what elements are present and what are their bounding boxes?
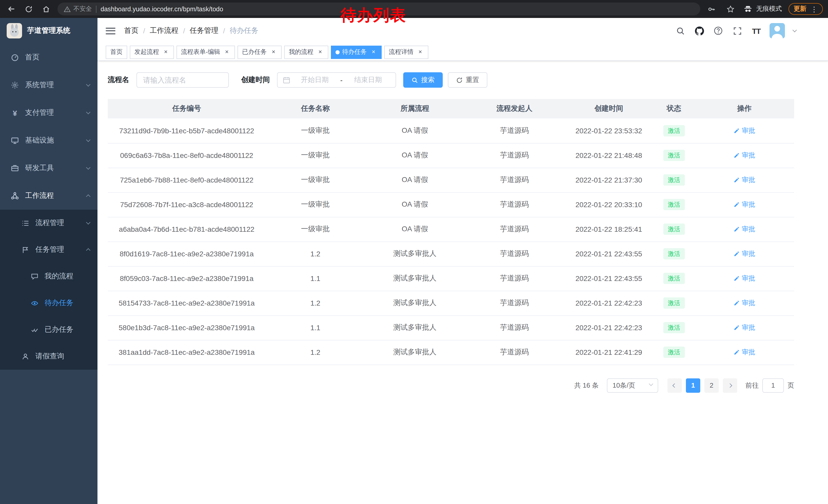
breadcrumb-item[interactable]: 任务管理 [190,26,218,35]
cell-created-time: 2022-01-22 20:33:10 [564,192,653,217]
tab-我的流程[interactable]: 我的流程× [284,45,328,59]
process-name-input[interactable] [136,72,229,88]
status-badge: 激活 [663,248,685,260]
tab-close-icon[interactable]: × [317,48,324,56]
cell-status: 激活 [653,192,695,217]
column-header-initiator: 流程发起人 [464,99,564,119]
avatar[interactable] [770,23,785,39]
tab-发起流程[interactable]: 发起流程× [130,45,174,59]
sidebar-item-process-mgmt[interactable]: 流程管理 [0,210,97,236]
cell-created-time: 2022-01-22 18:25:41 [564,217,653,241]
process-name-label: 流程名 [108,75,129,85]
tab-label: 已办任务 [242,48,267,56]
tab-首页[interactable]: 首页 [106,45,127,59]
cell-task-name: 一级审批 [265,143,365,168]
approve-link[interactable]: 审批 [734,274,755,283]
approve-link[interactable]: 审批 [734,175,755,185]
tab-close-icon[interactable]: × [162,48,169,56]
page-button-2[interactable]: 2 [704,378,719,393]
edit-icon [734,177,740,183]
sidebar-item-label: 工作流程 [25,191,81,200]
sidebar-item-devtools[interactable]: 研发工具 [0,154,97,182]
reload-button[interactable] [23,3,35,15]
search-icon[interactable] [675,25,686,37]
approve-link[interactable]: 审批 [734,225,755,234]
calendar-icon [283,76,290,84]
cell-task-name: 1.2 [265,241,365,266]
tab-close-icon[interactable]: × [417,48,424,56]
date-range-picker[interactable]: 开始日期 - 结束日期 [277,72,396,88]
sidebar-item-payment[interactable]: ¥ 支付管理 [0,99,97,127]
page-size-select[interactable]: 10条/页 [607,378,658,393]
reset-button[interactable]: 重置 [448,72,487,88]
cell-task-name: 一级审批 [265,119,365,143]
sidebar-item-todo-tasks[interactable]: 待办任务 [0,290,97,316]
approve-link[interactable]: 审批 [734,299,755,308]
table-row: 58154733-7ac8-11ec-a9e2-a2380e71991a1.2测… [108,291,794,315]
home-button[interactable] [40,3,52,15]
app-frame: 芋道管理系统 首页 系统管理 ¥ 支付管理 [0,18,828,504]
cell-task-id: 069c6a63-7b8a-11ec-8ef0-acde48001122 [108,143,265,168]
chevron-up-icon [86,194,90,199]
approve-link[interactable]: 审批 [734,126,755,135]
sidebar-item-task-mgmt[interactable]: 任务管理 [0,236,97,263]
tab-已办任务[interactable]: 已办任务× [238,45,282,59]
next-page-button[interactable] [723,378,737,393]
help-icon[interactable] [713,25,724,37]
prev-page-button[interactable] [667,378,682,393]
tab-流程表单-编辑[interactable]: 流程表单-编辑× [176,45,235,59]
font-size-icon[interactable]: TT [750,25,762,37]
sidebar-item-home[interactable]: 首页 [0,44,97,71]
table-row: 580e1b3d-7ac8-11ec-a9e2-a2380e71991a1.1测… [108,315,794,340]
tab-close-icon[interactable]: × [370,48,377,56]
tab-待办任务[interactable]: 待办任务× [331,45,382,59]
breadcrumb-item-current: 待办任务 [230,26,258,35]
logo-avatar [7,23,22,39]
table-row: 75d72608-7b7f-11ec-a3c8-acde48001122一级审批… [108,192,794,217]
cell-initiator: 芋道源码 [464,168,564,192]
approve-link[interactable]: 审批 [734,200,755,209]
address-bar[interactable]: 不安全 dashboard.yudao.iocoder.cn/bpm/task/… [57,3,700,15]
browser-menu-icon[interactable]: ⋮ [811,5,818,13]
table-row: 381aa1dd-7ac8-11ec-a9e2-a2380e71991a1.2测… [108,340,794,365]
fullscreen-icon[interactable] [732,25,743,37]
search-button[interactable]: 搜索 [403,72,443,88]
sidebar-toggle-button[interactable] [106,26,115,36]
tab-close-icon[interactable]: × [270,48,277,56]
edit-icon [734,300,740,306]
page-button-1[interactable]: 1 [686,378,700,393]
sidebar-item-system[interactable]: 系统管理 [0,71,97,99]
approve-link[interactable]: 审批 [734,323,755,332]
status-badge: 激活 [663,199,685,210]
avatar-dropdown-caret[interactable] [793,28,797,32]
tab-流程详情[interactable]: 流程详情× [384,45,428,59]
approve-link[interactable]: 审批 [734,249,755,259]
github-icon[interactable] [694,25,705,37]
sidebar-item-done-tasks[interactable]: 已办任务 [0,316,97,343]
security-status[interactable]: 不安全 [64,5,92,13]
update-button[interactable]: 更新 ⋮ [788,3,823,15]
cell-status: 激活 [653,217,695,241]
eye-icon [30,299,39,308]
approve-link[interactable]: 审批 [734,151,755,160]
breadcrumb-item[interactable]: 工作流程 [150,26,178,35]
cell-process: 测试多审批人 [365,291,464,315]
back-button[interactable] [5,3,17,15]
sidebar-item-my-process[interactable]: 我的流程 [0,263,97,290]
breadcrumb-item[interactable]: 首页 [124,26,138,35]
pagination: 共 16 条 10条/页 1 2 前往 页 [108,378,794,393]
table-row: 069c6a63-7b8a-11ec-8ef0-acde48001122一级审批… [108,143,794,168]
tab-close-icon[interactable]: × [223,48,230,56]
approve-link[interactable]: 审批 [734,348,755,357]
cell-status: 激活 [653,291,695,315]
sidebar-item-label: 基础设施 [25,136,81,145]
cell-created-time: 2022-01-22 23:53:32 [564,119,653,143]
bookmark-star-icon[interactable] [724,3,737,15]
column-header-task-id: 任务编号 [108,99,265,119]
cell-initiator: 芋道源码 [464,119,564,143]
goto-page-input[interactable] [762,378,784,393]
sidebar-item-workflow[interactable]: 工作流程 [0,182,97,210]
password-key-icon[interactable] [705,3,718,15]
sidebar-item-infra[interactable]: 基础设施 [0,127,97,154]
sidebar-item-leave-query[interactable]: 请假查询 [0,343,97,370]
